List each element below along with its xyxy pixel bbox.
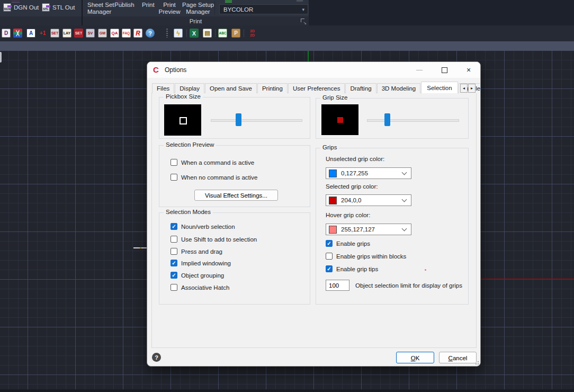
ribbon-panel-export: DGN DGN Out STL STL Out (0, 0, 83, 25)
resize-grip[interactable] (474, 360, 479, 365)
dialog-launcher-icon[interactable] (301, 19, 306, 24)
pickbox-size-slider[interactable] (211, 119, 302, 122)
unselected-grip-color-select[interactable]: 0,127,255 (326, 167, 411, 179)
plot-style-select[interactable]: BYCOLOR ▾ (219, 4, 308, 14)
checkbox-enable-grips[interactable]: Enable grips (326, 240, 370, 247)
checkbox[interactable] (326, 253, 333, 260)
clipped-icon-fragment (225, 0, 232, 3)
checkbox-when-command-active[interactable]: When a command is active (171, 159, 254, 166)
checkbox[interactable] (171, 284, 177, 291)
dialog-titlebar[interactable]: C Options — × (147, 62, 480, 78)
convert-3d-2d-icon[interactable]: 3D 2D (247, 29, 258, 38)
clipped-icon-fragment (12, 0, 20, 3)
save-view-icon[interactable]: SV (86, 29, 95, 38)
checkbox[interactable] (326, 240, 333, 247)
app-logo-icon: C (153, 65, 159, 74)
maximize-button[interactable] (435, 62, 453, 78)
settings-reset-icon[interactable]: SET (74, 29, 83, 38)
increment-number-icon[interactable]: +1 (38, 29, 47, 38)
checkbox-when-no-command-active[interactable]: When no command is active (171, 174, 257, 181)
selected-grip-color-select[interactable]: 204,0,0 (326, 194, 411, 206)
grip-size-slider[interactable] (367, 119, 459, 122)
stl-out-button[interactable]: STL STL Out (42, 3, 75, 12)
checkbox[interactable] (171, 159, 177, 166)
checkbox-associative-hatch[interactable]: Associative Hatch (171, 284, 229, 291)
tab-scroll-right-button[interactable]: ▸ (468, 84, 476, 93)
edge-scrollbar-fragment (0, 52, 2, 63)
excel-export-icon[interactable]: X (190, 29, 199, 38)
dialog-title: Options (165, 66, 186, 74)
checkbox[interactable] (326, 265, 333, 272)
checkbox-enable-grips-within-blocks[interactable]: Enable grips within blocks (326, 253, 406, 260)
tab-files[interactable]: Files (152, 83, 174, 93)
qa-tool-icon[interactable]: QA (110, 29, 119, 38)
panel-divider (214, 1, 215, 15)
tab-display[interactable]: Display (175, 83, 204, 93)
sheet-edit-icon[interactable]: ▤ (203, 29, 212, 38)
hover-grip-color-label: Hover grip color: (326, 212, 370, 218)
checkbox[interactable] (171, 248, 177, 255)
brand-r-icon[interactable]: R (133, 29, 142, 38)
app-window: DGN DGN Out STL STL Out Sheet Set Manage… (0, 0, 574, 392)
settings-print-icon[interactable]: SET (50, 29, 59, 38)
file-lightning-icon[interactable]: ϟ (174, 29, 183, 38)
checkbox-noun-verb-selection[interactable]: Noun/verb selection (171, 223, 235, 230)
print-preview-button[interactable]: Print Preview (158, 2, 181, 15)
checkbox-implied-windowing[interactable]: Implied windowing (171, 260, 231, 266)
sheet-set-manager-button[interactable]: Sheet Set Manager (87, 2, 114, 15)
tab-drafting[interactable]: Drafting (345, 83, 376, 93)
cursor-artifact (425, 269, 426, 271)
gm-tool-icon[interactable]: GM (98, 29, 107, 38)
print-button[interactable]: Print (142, 2, 155, 8)
grip-preview (321, 104, 358, 135)
tab-open-and-save[interactable]: Open and Save (205, 83, 257, 93)
ribbon: DGN DGN Out STL STL Out Sheet Set Manage… (0, 0, 574, 25)
checkbox[interactable] (171, 236, 177, 243)
chevron-down-icon: ▾ (302, 7, 304, 12)
ok-button[interactable]: OK (396, 352, 434, 363)
visual-effect-settings-button[interactable]: Visual Effect Settings... (194, 190, 278, 201)
help-button[interactable]: ? (152, 353, 161, 362)
minimize-button[interactable]: — (410, 62, 428, 78)
layer-tools-icon[interactable]: LAY (62, 29, 71, 38)
checkbox[interactable] (171, 260, 177, 266)
toolbar-separator (186, 29, 187, 37)
tab-printing[interactable]: Printing (257, 83, 288, 93)
text-style-icon[interactable]: A (26, 29, 35, 38)
checkbox-object-grouping[interactable]: Object grouping (171, 272, 224, 279)
checkbox-press-and-drag[interactable]: Press and drag (171, 248, 222, 255)
panel-label-strip (0, 16, 82, 25)
checkbox[interactable] (171, 174, 177, 181)
grip-limit-input[interactable] (326, 280, 349, 291)
page-setup-manager-button[interactable]: Page Setup Manager (182, 2, 214, 15)
app-document-icon[interactable]: D (2, 29, 11, 38)
close-button[interactable]: × (460, 62, 478, 78)
tab-3d-modeling[interactable]: 3D Modeling (377, 83, 421, 93)
options-dialog: C Options — × Files Display Open and Sav… (147, 61, 481, 367)
paste-clipboard-icon[interactable]: P (231, 29, 240, 38)
tab-scroll-left-button[interactable]: ◂ (460, 84, 468, 93)
hover-grip-color-select[interactable]: 255,127,127 (326, 224, 411, 235)
clipped-icon-fragment (115, 0, 123, 3)
checkbox[interactable] (171, 272, 177, 279)
axes-style-icon[interactable]: ╳ (13, 29, 22, 38)
dgn-out-button[interactable]: DGN DGN Out (3, 3, 39, 12)
tab-user-preferences[interactable]: User Preferences (288, 83, 345, 93)
ribbon-panel-print: Sheet Set Manager Publish Print Print Pr… (83, 0, 309, 25)
checkbox-use-shift-to-add[interactable]: Use Shift to add to selection (171, 236, 257, 243)
pickbox-slider-thumb[interactable] (236, 113, 241, 126)
checkbox[interactable] (171, 223, 177, 230)
spell-check-icon[interactable]: ABC (218, 29, 227, 38)
color-swatch (329, 197, 337, 204)
checkbox-enable-grip-tips[interactable]: Enable grip tips (326, 265, 378, 272)
stl-file-icon: STL (42, 3, 50, 12)
grip-slider-thumb[interactable] (384, 113, 390, 126)
faq-icon[interactable]: FAQ (122, 29, 131, 38)
help-circle-icon[interactable]: ? (146, 29, 155, 38)
toolbar-drag-handle[interactable] (166, 29, 168, 38)
dgn-file-icon: DGN (3, 3, 11, 12)
tab-selection[interactable]: Selection (421, 82, 458, 93)
cancel-button[interactable]: Cancel (439, 352, 477, 363)
pickbox-square (180, 117, 187, 124)
x-axis-line (481, 279, 574, 280)
